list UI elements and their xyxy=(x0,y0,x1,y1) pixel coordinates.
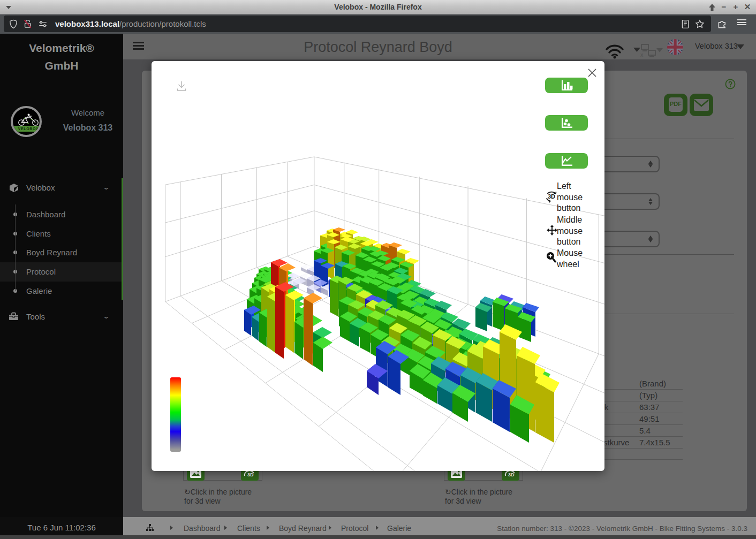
svg-text:3D: 3D xyxy=(247,472,254,477)
svg-text:3D: 3D xyxy=(508,472,515,477)
svg-text:x: x xyxy=(640,51,644,58)
svg-text:3D: 3D xyxy=(548,193,555,200)
